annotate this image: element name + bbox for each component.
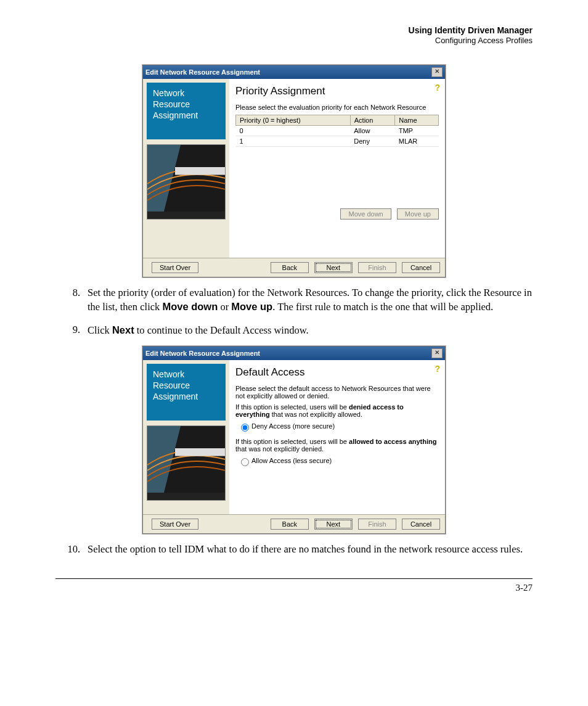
instruction-list-2: 10. Select the option to tell IDM what t… <box>55 543 533 556</box>
start-over-button[interactable]: Start Over <box>152 519 198 530</box>
priority-assignment-dialog: Edit Network Resource Assignment ✕ Netwo… <box>142 65 446 277</box>
deny-access-radio[interactable]: Deny Access (more secure) <box>238 422 439 432</box>
document-page: Using Identity Driven Manager Configurin… <box>0 0 588 706</box>
wizard-sidebar: Network Resource Assignment <box>143 79 229 258</box>
dialog-main: ? Default Access Please select the defau… <box>229 360 445 514</box>
col-name: Name <box>395 115 439 126</box>
close-icon[interactable]: ✕ <box>431 67 443 77</box>
svg-rect-2 <box>175 167 225 175</box>
allow-access-radio[interactable]: Allow Access (less secure) <box>238 456 439 466</box>
cancel-button[interactable]: Cancel <box>402 262 440 273</box>
help-icon[interactable]: ? <box>435 364 440 374</box>
dialog-title: Edit Network Resource Assignment <box>145 68 260 76</box>
next-button[interactable]: Next <box>314 519 353 530</box>
table-row[interactable]: 0 Allow TMP <box>236 126 439 136</box>
panel-description: Please select the evaluation priority fo… <box>235 104 439 111</box>
panel-heading: Default Access <box>235 366 439 379</box>
back-button[interactable]: Back <box>271 519 309 530</box>
dialog-body: Network Resource Assignment ? Default A <box>143 360 445 514</box>
wizard-buttons: Start Over Back Next Finish Cancel <box>143 514 445 533</box>
deny-access-radio-input[interactable] <box>241 424 249 432</box>
svg-rect-5 <box>175 448 225 456</box>
wizard-sidebar-label: Network Resource Assignment <box>147 364 226 421</box>
next-button[interactable]: Next <box>314 262 353 273</box>
finish-button[interactable]: Finish <box>358 262 396 273</box>
panel-heading: Priority Assignment <box>235 85 439 97</box>
wizard-sidebar-image <box>147 425 226 501</box>
dialog-title: Edit Network Resource Assignment <box>145 350 260 357</box>
header-title: Using Identity Driven Manager <box>55 25 533 36</box>
option-2-description: If this option is selected, users will b… <box>235 438 439 453</box>
wizard-buttons: Start Over Back Next Finish Cancel <box>143 258 445 277</box>
dialog-titlebar[interactable]: Edit Network Resource Assignment ✕ <box>143 65 445 79</box>
header-subtitle: Configuring Access Profiles <box>55 36 533 46</box>
col-priority: Priority (0 = highest) <box>236 115 351 126</box>
wizard-sidebar-label: Network Resource Assignment <box>147 83 226 139</box>
page-number: 3-27 <box>55 583 533 593</box>
step-10: 10. Select the option to tell IDM what t… <box>55 543 533 556</box>
dialog-titlebar[interactable]: Edit Network Resource Assignment ✕ <box>143 347 445 360</box>
wizard-sidebar-image <box>147 144 226 220</box>
table-row[interactable]: 1 Deny MLAR <box>236 136 439 147</box>
close-icon[interactable]: ✕ <box>431 348 443 358</box>
wizard-sidebar: Network Resource Assignment <box>143 360 229 514</box>
move-down-button[interactable]: Move down <box>340 208 391 220</box>
cancel-button[interactable]: Cancel <box>402 519 440 530</box>
finish-button[interactable]: Finish <box>358 519 396 530</box>
back-button[interactable]: Back <box>271 262 309 273</box>
help-icon[interactable]: ? <box>435 83 440 92</box>
allow-access-radio-input[interactable] <box>241 458 249 466</box>
panel-description: Please select the default access to Netw… <box>235 385 439 400</box>
dialog-body: Network Resource Assignment ? Priority <box>143 79 445 258</box>
default-access-dialog: Edit Network Resource Assignment ✕ Netwo… <box>142 346 446 534</box>
step-9: 9. Click Next to continue to the Default… <box>55 323 533 337</box>
move-up-button[interactable]: Move up <box>397 208 439 220</box>
option-1-description: If this option is selected, users will b… <box>235 403 439 418</box>
priority-table[interactable]: Priority (0 = highest) Action Name 0 All… <box>235 115 439 147</box>
step-8: 8. Set the priority (order of evaluation… <box>55 286 533 314</box>
move-buttons: Move down Move up <box>235 208 439 220</box>
dialog-main: ? Priority Assignment Please select the … <box>229 79 445 258</box>
start-over-button[interactable]: Start Over <box>152 262 198 273</box>
col-action: Action <box>350 115 394 126</box>
footer-rule <box>55 578 533 579</box>
page-header: Using Identity Driven Manager Configurin… <box>55 25 533 46</box>
instruction-list: 8. Set the priority (order of evaluation… <box>55 286 533 337</box>
